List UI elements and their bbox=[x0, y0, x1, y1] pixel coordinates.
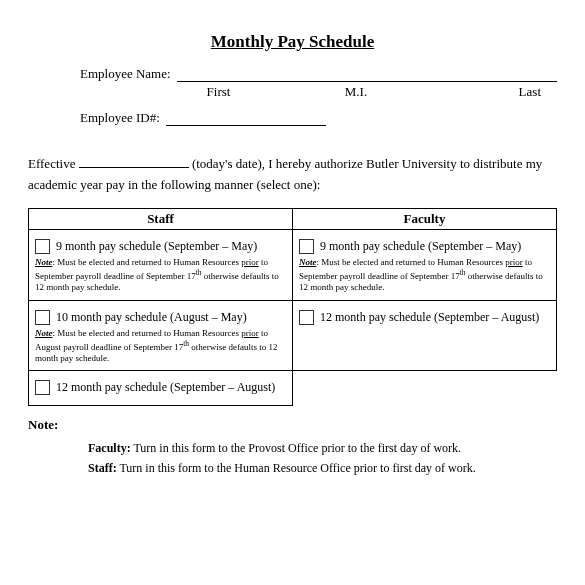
employee-name-row: Employee Name: bbox=[28, 66, 557, 82]
label-faculty-12mo: 12 month pay schedule (September – Augus… bbox=[320, 309, 539, 325]
employee-id-input[interactable] bbox=[166, 111, 326, 126]
label-staff-10mo: 10 month pay schedule (August – May) bbox=[56, 309, 247, 325]
label-faculty-9mo: 9 month pay schedule (September – May) bbox=[320, 238, 521, 254]
note-line-faculty: Faculty: Turn in this form to the Provos… bbox=[28, 438, 557, 458]
note-faculty-text: Turn in this form to the Provost Office … bbox=[131, 441, 461, 455]
effective-date-input[interactable] bbox=[79, 167, 189, 168]
employee-name-label: Employee Name: bbox=[80, 66, 177, 82]
employee-name-input[interactable] bbox=[177, 67, 557, 82]
label-staff-12mo: 12 month pay schedule (September – Augus… bbox=[56, 379, 275, 395]
checkbox-staff-9mo[interactable] bbox=[35, 239, 50, 254]
label-staff-9mo: 9 month pay schedule (September – May) bbox=[56, 238, 257, 254]
cell-staff-1: 9 month pay schedule (September – May) N… bbox=[29, 229, 293, 300]
cell-faculty-2: 12 month pay schedule (September – Augus… bbox=[293, 300, 557, 371]
cell-empty bbox=[293, 371, 557, 405]
notes-section: Note: Faculty: Turn in this form to the … bbox=[28, 414, 557, 479]
employee-id-label: Employee ID#: bbox=[80, 110, 166, 126]
authorization-paragraph: Effective (today's date), I hereby autho… bbox=[28, 154, 557, 196]
sublabel-first: First bbox=[146, 84, 291, 100]
effective-prefix: Effective bbox=[28, 156, 75, 171]
page: Monthly Pay Schedule Employee Name: Firs… bbox=[0, 0, 585, 499]
note-staff-text: Turn in this form to the Human Resource … bbox=[117, 461, 476, 475]
note-faculty-9mo: Note: Must be elected and returned to Hu… bbox=[299, 257, 550, 294]
checkbox-staff-10mo[interactable] bbox=[35, 310, 50, 325]
note-staff-9mo: Note: Must be elected and returned to Hu… bbox=[35, 257, 286, 294]
note-faculty-label: Faculty: bbox=[88, 441, 131, 455]
note-staff-10mo: Note: Must be elected and returned to Hu… bbox=[35, 328, 286, 365]
header-faculty: Faculty bbox=[293, 208, 557, 229]
cell-staff-2: 10 month pay schedule (August – May) Not… bbox=[29, 300, 293, 371]
note-line-staff: Staff: Turn in this form to the Human Re… bbox=[28, 458, 557, 478]
header-staff: Staff bbox=[29, 208, 293, 229]
name-sublabels: First M.I. Last bbox=[146, 84, 557, 100]
effective-tail: (today's date), I hereby authorize Butle… bbox=[28, 156, 542, 192]
sublabel-mi: M.I. bbox=[291, 84, 421, 100]
employee-id-row: Employee ID#: bbox=[28, 110, 557, 126]
cell-staff-3: 12 month pay schedule (September – Augus… bbox=[29, 371, 293, 405]
sublabel-last: Last bbox=[421, 84, 551, 100]
checkbox-faculty-9mo[interactable] bbox=[299, 239, 314, 254]
note-staff-label: Staff: bbox=[88, 461, 117, 475]
checkbox-staff-12mo[interactable] bbox=[35, 380, 50, 395]
page-title: Monthly Pay Schedule bbox=[28, 32, 557, 52]
schedule-table: Staff Faculty 9 month pay schedule (Sept… bbox=[28, 208, 557, 406]
checkbox-faculty-12mo[interactable] bbox=[299, 310, 314, 325]
notes-header: Note: bbox=[28, 414, 557, 436]
cell-faculty-1: 9 month pay schedule (September – May) N… bbox=[293, 229, 557, 300]
